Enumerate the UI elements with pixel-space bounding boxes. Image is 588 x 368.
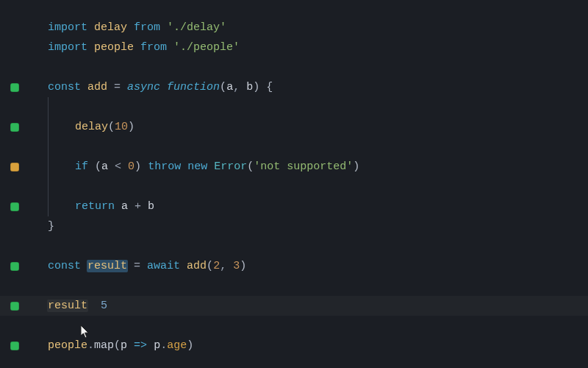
keyword-return: return [75,200,115,213]
number-0: 0 [128,160,135,173]
code-editor[interactable]: import delay from './delay' import peopl… [0,0,588,355]
indent-guide [48,137,76,157]
string-not-supported: 'not supported' [254,160,353,173]
number-2: 2 [213,260,220,272]
code-content[interactable]: import people from './people' [48,38,588,57]
ident-result-usage: result [47,300,88,312]
param-a: a [226,81,233,93]
code-line[interactable]: } [0,216,588,236]
keyword-from: from [140,41,167,54]
gutter-cell [0,302,48,311]
gutter-cell [0,83,48,92]
code-line[interactable]: delay(10) [0,117,588,137]
gutter-cell [0,202,48,211]
gutter-cell [0,342,48,350]
call-delay: delay [75,121,108,133]
keyword-import: import [48,21,87,34]
param-p: p [121,339,127,352]
keyword-throw: throw [148,160,181,173]
keyword-import: import [48,41,87,54]
keyword-function: function [167,81,220,93]
code-content[interactable]: } [48,216,588,236]
code-line[interactable] [0,236,588,256]
coverage-marker-green[interactable] [10,342,19,350]
method-map: map [94,339,114,352]
code-content[interactable]: return a + b [48,197,588,216]
string-delay-path: './delay' [167,21,226,34]
code-line[interactable]: if (a < 0) throw new Error('not supporte… [0,157,588,177]
keyword-async: async [127,81,160,93]
coverage-marker-green[interactable] [10,302,19,311]
keyword-from: from [134,21,160,34]
param-b: b [246,81,253,93]
code-content[interactable]: const result = await add(2, 3) [48,256,588,276]
inline-value: 5 [101,300,107,312]
call-add: add [187,260,207,272]
code-line[interactable]: const add = async function(a, b) { [0,77,588,97]
code-line[interactable] [0,276,588,296]
keyword-if: if [75,160,88,173]
code-line[interactable] [0,97,588,117]
arrow-op: => [134,339,147,352]
indent-guide [48,117,76,137]
gutter-cell [0,262,48,271]
ident-people: people [48,339,87,352]
selected-ident-result: result [87,260,128,272]
coverage-marker-green[interactable] [10,202,19,211]
gutter-cell [0,163,48,171]
prop-age: age [167,339,187,352]
indent-guide [48,197,76,216]
coverage-marker-green[interactable] [10,262,19,271]
ident-add: add [87,81,107,93]
ident-p: p [154,339,160,352]
code-content[interactable]: const add = async function(a, b) { [48,77,588,97]
code-line[interactable]: people.map(p => p.age) [0,336,588,355]
type-error: Error [214,160,247,173]
ident-delay: delay [94,21,127,34]
code-line[interactable]: const result = await add(2, 3) [0,256,588,276]
keyword-await: await [147,260,180,272]
code-content[interactable]: delay(10) [48,117,588,137]
code-content[interactable]: result5 [48,296,588,316]
keyword-const: const [48,81,81,93]
coverage-marker-yellow[interactable] [10,163,19,171]
code-line[interactable] [0,177,588,197]
code-line[interactable] [0,316,588,336]
keyword-new: new [187,160,207,173]
ident-b: b [148,200,154,213]
keyword-const: const [48,260,81,272]
string-people-path: './people' [173,41,240,54]
code-line[interactable] [0,137,588,157]
coverage-marker-green[interactable] [10,83,19,92]
code-line[interactable]: return a + b [0,197,588,216]
code-content[interactable]: people.map(p => p.age) [48,336,588,355]
code-line[interactable]: import delay from './delay' [0,18,588,38]
code-line[interactable] [0,57,588,77]
number-10: 10 [115,121,128,133]
ident-people: people [94,41,134,54]
coverage-marker-green[interactable] [10,123,19,132]
code-line-active[interactable]: result5 [0,296,588,316]
ident-a: a [121,200,128,213]
code-line[interactable]: import people from './people' [0,38,588,57]
ident-a: a [101,160,108,173]
number-3: 3 [233,260,240,272]
indent-guide [48,157,76,177]
gutter-cell [0,123,48,132]
code-content[interactable]: import delay from './delay' [48,18,588,38]
indent-guide [48,97,76,117]
code-content[interactable]: if (a < 0) throw new Error('not supporte… [48,157,588,177]
indent-guide [48,177,76,197]
